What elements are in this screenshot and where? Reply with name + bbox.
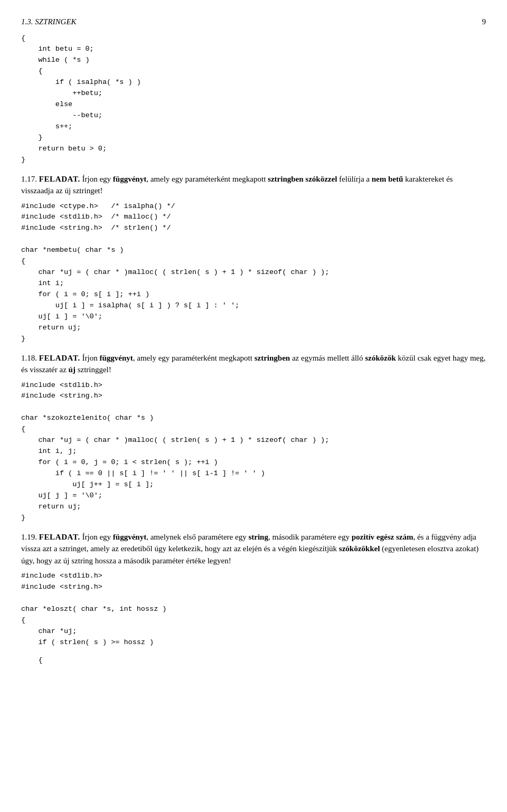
page-header: 1.3. SZTRINGEK 9 — [21, 16, 486, 28]
task-118-section: 1.18. FELADAT. Írjon függvényt, amely eg… — [21, 352, 486, 376]
section-title: 1.3. SZTRINGEK — [21, 16, 77, 28]
task-117-keyword: FELADAT. — [39, 175, 80, 183]
task-119-code: #include <stdlib.h> #include <string.h> … — [21, 571, 486, 648]
task-118-num: 1.18. — [21, 354, 37, 362]
page-number: 9 — [482, 16, 486, 28]
task-117-code: #include <ctype.h> /* isalpha() */ #incl… — [21, 201, 486, 345]
task-117-num: 1.17. — [21, 175, 37, 183]
task-119-keyword: FELADAT. — [39, 533, 80, 541]
task-119-code2: { — [21, 655, 486, 666]
task-119-num: 1.19. — [21, 533, 37, 541]
task-118-code: #include <stdlib.h> #include <string.h> … — [21, 380, 486, 524]
task-119-section: 1.19. FELADAT. Írjon egy függvényt, amel… — [21, 531, 486, 567]
task-118-keyword: FELADAT. — [39, 354, 80, 362]
opening-code-block: { int betu = 0; while ( *s ) { if ( isal… — [21, 33, 486, 166]
task-117-prose: Írjon egy függvényt, amely egy paraméter… — [21, 175, 453, 195]
task-118-prose: Írjon függvényt, amely egy paraméterként… — [21, 354, 486, 374]
task-117-section: 1.17. FELADAT. Írjon egy függvényt, amel… — [21, 173, 486, 197]
task-119-prose: Írjon egy függvényt, amelynek első param… — [21, 533, 478, 565]
